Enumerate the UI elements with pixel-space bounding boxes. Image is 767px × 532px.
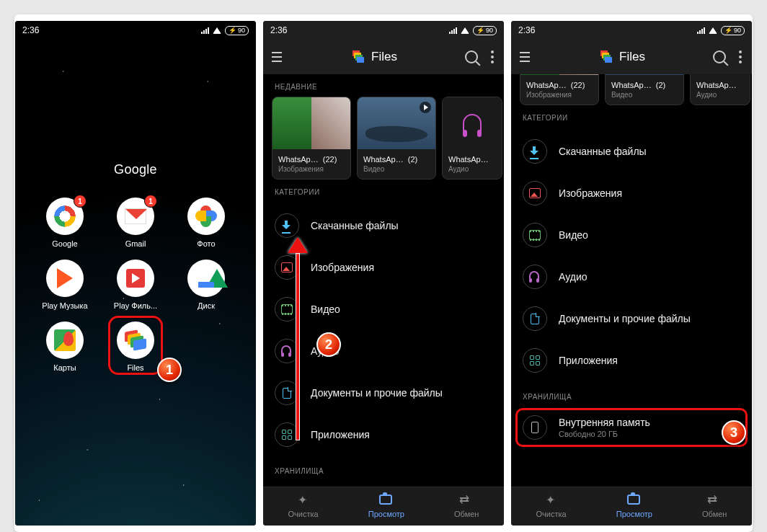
nav-browse[interactable]: Просмотр: [368, 495, 404, 518]
google-icon: [54, 205, 76, 227]
wifi-icon: [213, 27, 221, 34]
document-icon: [283, 388, 291, 399]
photos-icon: [195, 205, 217, 227]
cat-images[interactable]: Изображения: [511, 172, 752, 214]
maps-icon: [54, 329, 76, 351]
download-icon: [530, 146, 540, 156]
app-playmusic[interactable]: Play Музыка: [33, 260, 97, 310]
app-folder: Google 1 Google 1 Gmail Фото Play Музыка: [15, 162, 256, 372]
thumbnail: [606, 74, 683, 75]
nav-browse[interactable]: Просмотр: [616, 495, 652, 518]
battery-icon: ⚡90: [473, 26, 497, 35]
recent-row[interactable]: WhatsAp… (22) Изображения WhatsAp… (2) В…: [511, 74, 752, 105]
headphones-icon: [463, 114, 482, 133]
phone-screen-files-scrolled: 2:36 ⚡90 Files WhatsAp… (22) Изображения: [511, 21, 752, 526]
bottom-nav: Очистка Просмотр Обмен: [511, 487, 752, 526]
storage-internal[interactable]: Внутренняя память Свободно 20 ГБ: [511, 407, 752, 448]
app-maps[interactable]: Карты: [33, 322, 97, 372]
badge: 1: [144, 195, 157, 208]
app-google[interactable]: 1 Google: [33, 198, 97, 248]
cat-videos[interactable]: Видео: [511, 214, 752, 256]
status-time: 2:36: [270, 25, 287, 35]
browse-icon: [379, 495, 392, 505]
nav-clean[interactable]: Очистка: [288, 495, 319, 518]
bottom-nav: Очистка Просмотр Обмен: [263, 487, 504, 526]
image-icon: [529, 188, 541, 198]
app-files[interactable]: Files 1: [104, 322, 167, 372]
recent-card-videos[interactable]: WhatsAp… (2) Видео: [357, 97, 436, 179]
play-icon: [420, 102, 431, 113]
signal-icon: [697, 27, 705, 34]
signal-icon: [449, 27, 457, 34]
battery-icon: ⚡90: [225, 26, 249, 35]
clean-icon: [544, 495, 559, 507]
phone-storage-icon: [531, 422, 538, 433]
thumbnail: [691, 74, 750, 75]
app-gmail[interactable]: 1 Gmail: [104, 198, 167, 248]
wifi-icon: [709, 27, 717, 34]
nav-share[interactable]: Обмен: [454, 495, 479, 518]
apps-icon: [530, 355, 540, 365]
section-storage: ХРАНИЛИЩА: [511, 384, 752, 407]
files-logo-icon: [353, 50, 365, 63]
clean-icon: [296, 495, 311, 507]
phone-screen-home: 2:36 ⚡90 Google 1 Google 1 Gmail: [15, 21, 256, 526]
recent-card-videos[interactable]: WhatsAp… (2) Видео: [605, 74, 684, 105]
wifi-icon: [461, 27, 469, 34]
app-header: Files: [511, 40, 752, 74]
folder-title: Google: [15, 162, 256, 177]
thumbnail: [443, 97, 502, 149]
nav-share[interactable]: Обмен: [702, 495, 727, 518]
status-bar: 2:36 ⚡90: [511, 21, 752, 40]
status-bar: 2:36 ⚡90: [263, 21, 504, 40]
gmail-icon: [125, 208, 146, 224]
nav-clean[interactable]: Очистка: [536, 495, 567, 518]
menu-icon[interactable]: [269, 48, 285, 66]
cat-audio[interactable]: Аудио: [511, 256, 752, 298]
playmovies-icon: [126, 269, 145, 288]
step-badge-2: 2: [316, 332, 341, 357]
tutorial-arrow-up: [296, 237, 308, 440]
playmusic-icon: [57, 268, 73, 288]
search-icon[interactable]: [713, 50, 726, 63]
video-icon: [529, 230, 541, 240]
cat-documents[interactable]: Документы и прочие файлы: [511, 298, 752, 340]
files-logo-icon: [600, 50, 613, 63]
recent-card-audio[interactable]: WhatsAp… Аудио: [442, 97, 502, 179]
recent-row[interactable]: WhatsAp… (22) Изображения WhatsAp… (2) В…: [263, 97, 504, 179]
share-icon: [707, 495, 722, 507]
share-icon: [459, 495, 474, 507]
audio-icon: [529, 271, 541, 283]
phone-screen-files-top: 2:36 ⚡90 Files НЕДАВНИЕ WhatsAp… (22) Из…: [263, 21, 504, 526]
cat-downloads[interactable]: Скачанные файлы: [511, 130, 752, 172]
recent-card-audio[interactable]: WhatsAp… Аудио: [690, 74, 750, 105]
app-photos[interactable]: Фото: [174, 198, 238, 248]
app-drive[interactable]: Диск: [174, 260, 238, 310]
apps-icon: [282, 430, 292, 440]
content-scroll[interactable]: WhatsAp… (22) Изображения WhatsAp… (2) В…: [511, 74, 752, 487]
menu-icon[interactable]: [517, 48, 533, 66]
status-bar: 2:36 ⚡90: [15, 21, 256, 40]
drive-icon: [195, 269, 217, 288]
signal-icon: [201, 27, 209, 34]
section-categories: КАТЕГОРИИ: [511, 105, 752, 128]
thumbnail: [358, 97, 435, 149]
app-title: Files: [619, 50, 645, 64]
browse-icon: [627, 495, 640, 505]
status-time: 2:36: [518, 25, 535, 35]
app-playmovies[interactable]: Play Филь...: [104, 260, 167, 310]
cat-apps[interactable]: Приложения: [511, 340, 752, 381]
recent-card-images[interactable]: WhatsAp… (22) Изображения: [272, 97, 351, 179]
step-badge-3: 3: [722, 420, 746, 445]
recent-card-images[interactable]: WhatsAp… (22) Изображения: [520, 74, 599, 105]
audio-icon: [281, 345, 293, 357]
overflow-icon[interactable]: [735, 46, 746, 68]
search-icon[interactable]: [465, 50, 478, 63]
badge: 1: [74, 195, 87, 208]
overflow-icon[interactable]: [487, 46, 498, 68]
step-badge-1: 1: [157, 358, 182, 382]
video-icon: [281, 304, 293, 314]
section-recent: НЕДАВНИЕ: [263, 74, 504, 97]
app-header: Files: [263, 40, 504, 74]
download-icon: [282, 221, 292, 231]
